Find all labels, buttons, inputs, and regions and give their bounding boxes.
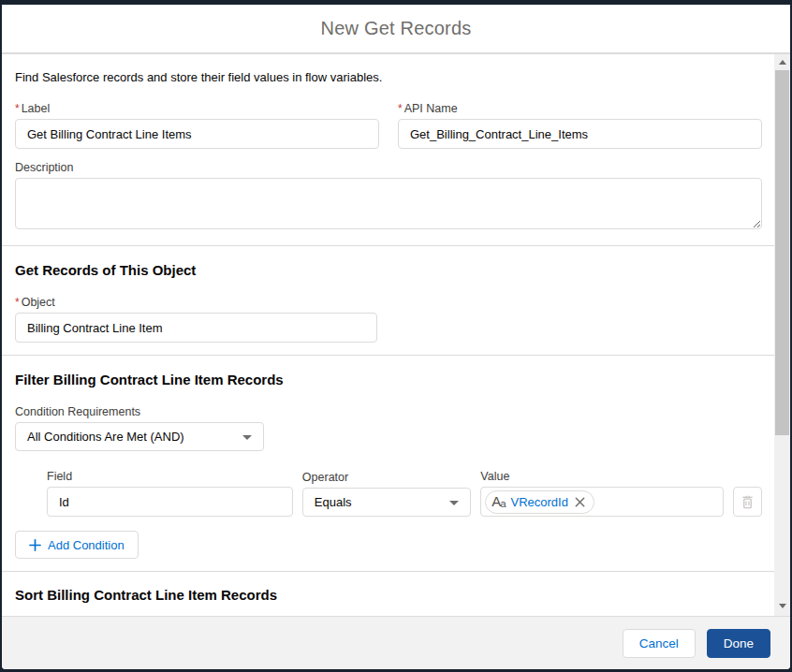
condition-field-input[interactable] (47, 487, 293, 517)
object-section-heading: Get Records of This Object (15, 262, 762, 278)
required-asterisk: * (15, 102, 20, 115)
scrollbar-thumb[interactable] (775, 70, 789, 435)
label-field-label: *Label (15, 102, 379, 115)
condition-operator-label: Operator (302, 471, 472, 484)
condition-operator-value: Equals (315, 495, 352, 509)
scroll-down-arrow[interactable] (774, 598, 790, 614)
condition-value-group: Value Aa VRecordId (480, 470, 724, 517)
screen-background: New Get Records Find Salesforce records … (0, 0, 792, 672)
label-apiname-row: *Label *API Name (15, 102, 762, 149)
object-field-label-text: Object (22, 296, 55, 309)
chevron-down-icon (242, 435, 252, 440)
condition-requirements-group: Condition Requirements All Conditions Ar… (15, 405, 264, 451)
condition-operator-group: Operator Equals (302, 471, 472, 517)
section-divider (2, 355, 774, 356)
api-name-input[interactable] (398, 119, 762, 149)
section-divider (2, 245, 774, 246)
scrollbar[interactable] (774, 54, 790, 616)
condition-row: Field Operator Equals Value (47, 470, 762, 517)
modal-footer: Cancel Done (2, 616, 790, 669)
cancel-button[interactable]: Cancel (623, 629, 696, 658)
pill-remove-icon[interactable] (574, 496, 586, 508)
condition-requirements-dropdown[interactable]: All Conditions Are Met (AND) (15, 422, 264, 451)
delete-condition-button[interactable] (733, 487, 762, 517)
description-field-label: Description (15, 161, 762, 174)
done-button[interactable]: Done (707, 629, 770, 658)
value-pill[interactable]: Aa VRecordId (485, 490, 594, 514)
modal-header: New Get Records (2, 5, 790, 54)
condition-requirements-value: All Conditions Are Met (AND) (27, 430, 184, 444)
add-condition-label: Add Condition (48, 538, 125, 552)
value-pill-text: VRecordId (511, 495, 568, 509)
required-asterisk: * (398, 102, 403, 115)
triangle-up-icon (779, 60, 786, 65)
label-field-label-text: Label (22, 102, 51, 115)
modal-title: New Get Records (321, 18, 472, 39)
text-type-icon: Aa (491, 494, 506, 509)
triangle-down-icon (779, 604, 786, 608)
trash-icon (741, 494, 755, 509)
plus-icon (29, 539, 41, 551)
condition-operator-dropdown[interactable]: Equals (302, 488, 472, 517)
description-textarea[interactable] (15, 178, 762, 229)
object-field-group: *Object (15, 296, 377, 343)
condition-field-group: Field (47, 470, 293, 517)
section-divider (2, 571, 774, 572)
condition-requirements-label: Condition Requirements (15, 405, 264, 418)
object-field-label: *Object (15, 296, 377, 309)
filter-section-heading: Filter Billing Contract Line Item Record… (15, 372, 762, 387)
modal-body: Find Salesforce records and store their … (2, 54, 790, 616)
condition-value-input[interactable]: Aa VRecordId (480, 487, 724, 517)
description-field-group: Description (15, 161, 762, 233)
api-name-field-label-text: API Name (404, 102, 458, 115)
add-condition-button[interactable]: Add Condition (15, 531, 139, 559)
intro-text: Find Salesforce records and store their … (15, 70, 762, 84)
required-asterisk: * (15, 296, 20, 309)
new-get-records-modal: New Get Records Find Salesforce records … (2, 5, 790, 669)
object-input[interactable] (15, 313, 377, 343)
condition-value-label: Value (480, 470, 724, 483)
scroll-up-arrow[interactable] (774, 54, 790, 70)
label-field-group: *Label (15, 102, 379, 149)
api-name-field-label: *API Name (398, 102, 762, 115)
modal-body-content: Find Salesforce records and store their … (2, 54, 774, 616)
chevron-down-icon (449, 501, 459, 505)
condition-field-label: Field (47, 470, 293, 483)
api-name-field-group: *API Name (398, 102, 762, 149)
sort-section-heading: Sort Billing Contract Line Item Records (15, 587, 762, 603)
label-input[interactable] (15, 119, 379, 149)
